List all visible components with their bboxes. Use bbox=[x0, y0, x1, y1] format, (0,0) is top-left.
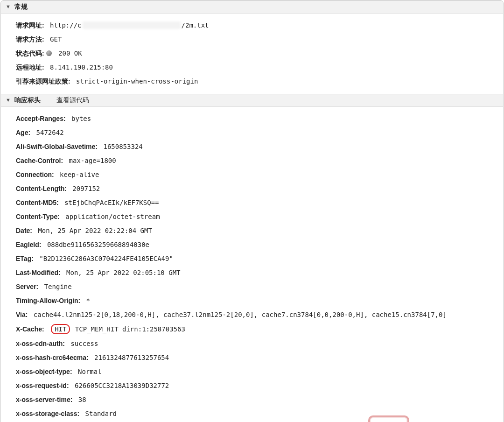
header-row: Ali-Swift-Global-Savetime: 1650853324 bbox=[1, 140, 503, 154]
row-label: 远程地址: bbox=[16, 63, 44, 72]
header-row: Content-Type: application/octet-stream bbox=[1, 210, 503, 224]
row-label: 引荐来源网址政策: bbox=[16, 77, 70, 86]
section-general-body: 请求网址: http://c/2m.txt请求方法: GET状态代码: 200 … bbox=[1, 14, 503, 94]
general-row: 请求方法: GET bbox=[1, 32, 503, 46]
row-label: 请求方法: bbox=[16, 35, 44, 44]
header-name: Age: bbox=[16, 128, 30, 137]
header-row: Date: Mon, 25 Apr 2022 02:22:04 GMT bbox=[1, 224, 503, 238]
status-dot-icon bbox=[46, 50, 52, 56]
header-row: Content-MD5: stEjbChqPAcEIk/kEF7KSQ== bbox=[1, 196, 503, 210]
header-name: X-Cache: bbox=[16, 324, 44, 334]
row-value-prefix: http://c bbox=[46, 21, 82, 30]
general-row: 请求网址: http://c/2m.txt bbox=[1, 18, 503, 32]
header-value: 5472642 bbox=[32, 128, 63, 137]
header-row: Age: 5472642 bbox=[1, 126, 503, 140]
header-row: Timing-Allow-Origin: * bbox=[1, 294, 503, 308]
devtools-headers-panel: ▼ 常规 请求网址: http://c/2m.txt请求方法: GET状态代码:… bbox=[0, 0, 504, 422]
header-name: Accept-Ranges: bbox=[16, 114, 66, 123]
header-name: Content-Length: bbox=[16, 184, 67, 193]
header-name: x-oss-storage-class: bbox=[16, 409, 79, 418]
header-row: X-Cache: HIT TCP_MEM_HIT dirn:1:25870356… bbox=[1, 322, 503, 337]
header-value: 2097152 bbox=[69, 184, 100, 193]
header-row: EagleId: 088dbe9116563259668894030e bbox=[1, 238, 503, 252]
row-value: 8.141.190.215:80 bbox=[46, 63, 113, 72]
header-row: Content-Length: 2097152 bbox=[1, 182, 503, 196]
section-response-header[interactable]: ▼ 响应标头 查看源代码 bbox=[1, 94, 503, 107]
view-source-link[interactable]: 查看源代码 bbox=[56, 96, 89, 105]
triangle-down-icon: ▼ bbox=[6, 4, 11, 9]
header-value: Mon, 25 Apr 2022 02:22:04 GMT bbox=[34, 226, 152, 235]
general-row: 引荐来源网址政策: strict-origin-when-cross-origi… bbox=[1, 74, 503, 88]
section-general-header[interactable]: ▼ 常规 bbox=[1, 1, 503, 14]
row-label: 请求网址: bbox=[16, 21, 44, 30]
header-name: Last-Modified: bbox=[16, 268, 61, 277]
header-name: x-oss-cdn-auth: bbox=[16, 339, 65, 348]
header-row: Connection: keep-alive bbox=[1, 168, 503, 182]
header-name: Timing-Allow-Origin: bbox=[16, 296, 80, 305]
header-row: x-oss-server-time: 38 bbox=[1, 393, 503, 407]
header-value: 1650853324 bbox=[99, 142, 143, 151]
header-name: Date: bbox=[16, 226, 32, 235]
header-value: max-age=1800 bbox=[65, 156, 116, 165]
header-value: Tengine bbox=[40, 282, 71, 291]
row-label: 状态代码: bbox=[16, 49, 44, 58]
header-row: x-oss-object-type: Normal bbox=[1, 365, 503, 379]
header-row: x-oss-request-id: 626605CC3218A13039D327… bbox=[1, 379, 503, 393]
header-value: 38 bbox=[74, 395, 86, 404]
header-name: Connection: bbox=[16, 170, 54, 179]
header-value: Normal bbox=[74, 367, 102, 376]
header-value: keep-alive bbox=[56, 170, 99, 179]
header-value: 626605CC3218A13039D32772 bbox=[71, 381, 169, 390]
header-value: Standard bbox=[81, 409, 117, 418]
header-name: EagleId: bbox=[16, 240, 41, 249]
redacted-segment bbox=[83, 21, 181, 29]
header-name: x-oss-hash-crc64ecma: bbox=[16, 353, 89, 362]
header-value: bytes bbox=[68, 114, 91, 123]
section-response-body: Accept-Ranges: bytesAge: 5472642Ali-Swif… bbox=[1, 107, 503, 422]
header-value: success bbox=[67, 339, 98, 348]
header-value: HIT TCP_MEM_HIT dirn:1:258703563 bbox=[46, 324, 185, 334]
header-name: Content-Type: bbox=[16, 212, 60, 221]
header-value: 2161324877613257654 bbox=[91, 353, 169, 362]
header-value: Mon, 25 Apr 2022 02:05:10 GMT bbox=[63, 268, 181, 277]
header-value: "B2D1236C286A3C0704224FE4105ECA49" bbox=[35, 254, 173, 263]
header-name: Cache-Control: bbox=[16, 156, 63, 165]
header-row: x-oss-storage-class: Standard bbox=[1, 407, 503, 421]
header-value: cache44.l2nm125-2[0,18,200-0,H], cache37… bbox=[29, 310, 446, 319]
header-value: stEjbChqPAcEIk/kEF7KSQ== bbox=[61, 198, 159, 207]
header-row: Last-Modified: Mon, 25 Apr 2022 02:05:10… bbox=[1, 266, 503, 280]
row-value: GET bbox=[46, 35, 62, 44]
header-name: Server: bbox=[16, 282, 38, 291]
row-value: strict-origin-when-cross-origin bbox=[72, 77, 198, 86]
header-row: Server: Tengine bbox=[1, 280, 503, 294]
header-name: x-oss-request-id: bbox=[16, 381, 69, 390]
header-name: x-oss-object-type: bbox=[16, 367, 72, 376]
header-name: Ali-Swift-Global-Savetime: bbox=[16, 142, 98, 151]
header-row: Accept-Ranges: bytes bbox=[1, 112, 503, 126]
header-value: 088dbe9116563259668894030e bbox=[43, 240, 149, 249]
header-name: Content-MD5: bbox=[16, 198, 59, 207]
header-row: x-oss-cdn-auth: success bbox=[1, 337, 503, 351]
row-value-suffix: /2m.txt bbox=[182, 21, 209, 30]
header-name: ETag: bbox=[16, 254, 34, 263]
header-row: Via: cache44.l2nm125-2[0,18,200-0,H], ca… bbox=[1, 308, 503, 322]
section-response-headers: ▼ 响应标头 查看源代码 Accept-Ranges: bytesAge: 54… bbox=[1, 94, 503, 422]
header-value: application/octet-stream bbox=[62, 212, 160, 221]
row-value: 200 OK bbox=[55, 49, 82, 58]
header-row: ETag: "B2D1236C286A3C0704224FE4105ECA49" bbox=[1, 252, 503, 266]
triangle-down-icon: ▼ bbox=[6, 98, 11, 103]
header-name: x-oss-server-time: bbox=[16, 395, 72, 404]
header-name: Via: bbox=[16, 310, 28, 319]
header-row: x-oss-hash-crc64ecma: 216132487761325765… bbox=[1, 351, 503, 365]
section-general-title: 常规 bbox=[14, 3, 28, 11]
general-row: 状态代码: 200 OK bbox=[1, 46, 503, 60]
header-row: Cache-Control: max-age=1800 bbox=[1, 154, 503, 168]
section-general: ▼ 常规 请求网址: http://c/2m.txt请求方法: GET状态代码:… bbox=[1, 1, 503, 94]
highlighted-value: HIT bbox=[51, 324, 70, 334]
general-row: 远程地址: 8.141.190.215:80 bbox=[1, 60, 503, 74]
section-response-title: 响应标头 bbox=[14, 96, 41, 105]
header-value: * bbox=[82, 296, 90, 305]
